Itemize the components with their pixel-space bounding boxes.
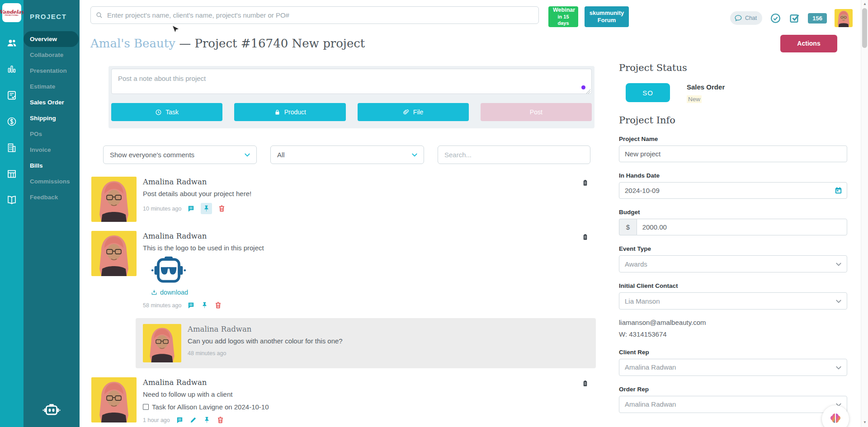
in-hands-date-field: In Hands Date xyxy=(619,172,847,199)
type-filter-select[interactable]: All xyxy=(270,145,424,164)
event-type-label: Event Type xyxy=(619,245,847,252)
trash-icon[interactable] xyxy=(218,205,226,212)
post-button[interactable]: Post xyxy=(481,103,592,121)
sidebar-item-estimate[interactable]: Estimate xyxy=(24,79,80,94)
attachment-thumbnail[interactable]: download xyxy=(151,256,264,296)
comment-timestamp: 1 hour ago xyxy=(143,417,170,423)
project-name-label: Project Name xyxy=(619,136,847,142)
tasks-icon[interactable] xyxy=(789,13,800,24)
contact-phone: W: 4314153674 xyxy=(619,328,847,340)
brand-name: Vandelay xyxy=(0,9,24,14)
project-sidebar: PROJECT Overview Collaborate Presentatio… xyxy=(24,0,80,427)
scrollbar-thumb[interactable] xyxy=(862,8,867,48)
notification-count-badge[interactable]: 156 xyxy=(808,13,827,23)
trash-icon[interactable] xyxy=(214,301,222,309)
budget-label: Budget xyxy=(619,209,847,216)
comment-text: Can you add logos with another colour fo… xyxy=(188,337,343,345)
finance-icon[interactable] xyxy=(6,116,17,127)
user-avatar[interactable] xyxy=(835,9,853,27)
scrollbar-up-arrow[interactable]: ▲ xyxy=(861,2,868,6)
contact-email[interactable]: liamanson@amalbeauty.com xyxy=(619,317,847,328)
actions-button[interactable]: Actions xyxy=(780,35,837,52)
clipboard-icon[interactable] xyxy=(582,379,589,388)
file-button[interactable]: File xyxy=(358,103,469,121)
in-hands-date-label: In Hands Date xyxy=(619,172,847,179)
company-icon[interactable] xyxy=(6,142,17,153)
textarea-resize-handle[interactable] xyxy=(586,89,590,94)
clipboard-icon[interactable] xyxy=(582,178,589,187)
global-search-input[interactable] xyxy=(90,6,539,24)
clients-icon[interactable] xyxy=(6,38,17,48)
sidebar-item-commissions[interactable]: Commissions xyxy=(24,174,80,189)
comment-author[interactable]: Amalina Radwan xyxy=(188,325,343,333)
initial-client-contact-select[interactable]: Lia Manson xyxy=(619,292,847,310)
brand-logo[interactable]: Vandelay PROMOTIONAL xyxy=(2,3,21,22)
in-hands-date-input[interactable] xyxy=(619,182,847,199)
clipboard-icon[interactable] xyxy=(582,233,589,241)
chat-button[interactable]: Chat xyxy=(730,11,762,25)
chevron-down-icon xyxy=(244,151,251,159)
comment-author[interactable]: Amalina Radwan xyxy=(143,232,264,240)
comment-reply-icon[interactable] xyxy=(187,301,195,309)
comment-author[interactable]: Amalina Radwan xyxy=(143,378,269,387)
product-button[interactable]: Product xyxy=(234,103,345,121)
sidebar-item-feedback[interactable]: Feedback xyxy=(24,189,80,205)
pin-icon-active[interactable] xyxy=(201,203,212,214)
sidebar-item-presentation[interactable]: Presentation xyxy=(24,63,80,79)
sidebar-item-sales-order[interactable]: Sales Order xyxy=(24,94,80,110)
note-textarea[interactable] xyxy=(111,69,592,94)
forum-button[interactable]: skummunity Forum xyxy=(585,6,629,27)
reminders-icon[interactable] xyxy=(770,13,781,24)
download-link[interactable]: download xyxy=(151,289,264,296)
robot-icon[interactable] xyxy=(40,401,63,419)
project-panel: Project Status SO Sales Order New Projec… xyxy=(604,53,861,427)
feed-filters: Show everyone's comments All xyxy=(103,145,604,164)
sidebar-item-collaborate[interactable]: Collaborate xyxy=(24,47,80,63)
task-checkbox[interactable] xyxy=(143,404,149,410)
task-button[interactable]: Task xyxy=(111,103,222,121)
edit-pencil-icon[interactable] xyxy=(189,416,197,424)
page-scrollbar[interactable]: ▲ ▼ xyxy=(861,0,868,427)
comment-author[interactable]: Amalina Radwan xyxy=(143,178,251,186)
forum-label-1: skummunity xyxy=(589,9,624,17)
sidebar-item-pos[interactable]: POs xyxy=(24,126,80,142)
status-badge[interactable]: SO xyxy=(626,83,670,102)
download-label: download xyxy=(160,289,188,296)
product-button-label: Product xyxy=(284,108,306,116)
client-rep-select[interactable]: Amalina Radwan xyxy=(619,359,847,376)
catalog-icon[interactable] xyxy=(6,195,17,206)
pin-icon[interactable] xyxy=(203,416,211,424)
topbar-right: Chat 156 xyxy=(730,9,857,27)
download-icon xyxy=(151,289,157,296)
scrollbar-down-arrow[interactable]: ▼ xyxy=(861,420,868,424)
event-type-select[interactable]: Awards xyxy=(619,255,847,272)
reports-icon[interactable] xyxy=(6,64,17,75)
icon-rail: Vandelay PROMOTIONAL xyxy=(0,0,24,427)
sidebar-header: PROJECT xyxy=(30,13,80,20)
calendar-icon[interactable] xyxy=(834,186,843,195)
comment-reply-icon[interactable] xyxy=(187,205,195,212)
order-rep-label: Order Rep xyxy=(619,386,847,393)
table-icon[interactable] xyxy=(6,169,17,179)
event-type-value: Awards xyxy=(625,260,647,268)
trash-icon[interactable] xyxy=(217,416,224,424)
sidebar-item-overview[interactable]: Overview xyxy=(24,31,79,47)
event-type-field: Event Type Awards xyxy=(619,245,847,272)
order-rep-select[interactable]: Amalina Radwan xyxy=(619,396,847,413)
budget-input[interactable] xyxy=(637,219,847,235)
sidebar-nav: Overview Collaborate Presentation Estima… xyxy=(24,31,80,205)
project-name-input[interactable] xyxy=(619,145,847,162)
client-rep-field: Client Rep Amalina Radwan xyxy=(619,349,847,376)
comment-reply-icon[interactable] xyxy=(176,416,184,424)
feed-search-input[interactable] xyxy=(438,145,590,164)
sidebar-item-bills[interactable]: Bills xyxy=(24,158,80,174)
webinar-button[interactable]: Webinar in 15 days xyxy=(548,6,578,27)
client-rep-label: Client Rep xyxy=(619,349,847,356)
client-name-link[interactable]: Amal's Beauty xyxy=(90,37,175,50)
pin-icon[interactable] xyxy=(201,301,208,309)
comments-filter-select[interactable]: Show everyone's comments xyxy=(103,145,257,164)
task-button-label: Task xyxy=(165,108,179,116)
orders-icon[interactable] xyxy=(6,90,17,101)
sidebar-item-shipping[interactable]: Shipping xyxy=(24,110,80,126)
sidebar-item-invoice[interactable]: Invoice xyxy=(24,142,80,158)
